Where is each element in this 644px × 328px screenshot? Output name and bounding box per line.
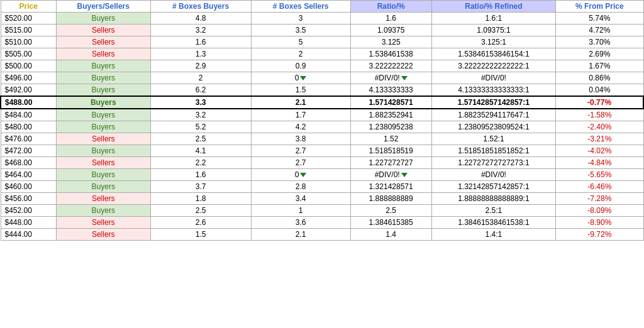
cell-ratio: 1.321428571 [350,181,431,193]
header-boxes-sellers: # Boxes Sellers [251,1,350,13]
cell-boxes-buyers: 1.6 [150,36,251,48]
cell-boxes-sellers: 3.4 [251,193,350,205]
cell-price: $488.00 [1,96,56,109]
cell-boxes-buyers: 1.6 [150,169,251,181]
cell-ratio-refined: 1.88235294117647:1 [431,109,555,121]
cell-ratio-refined: 1.4:1 [431,229,555,241]
main-table: Price Buyers/Sellers # Boxes Buyers # Bo… [0,0,644,241]
cell-boxes-buyers: 3.2 [150,109,251,121]
cell-price: $510.00 [1,36,56,48]
cell-boxes-buyers: 1.8 [150,193,251,205]
cell-ratio: 1.6 [350,13,431,25]
triangle-icon [300,76,306,80]
cell-type: Buyers [56,205,150,217]
cell-boxes-sellers: 2 [251,48,350,60]
cell-type: Sellers [56,229,150,241]
cell-ratio-refined: 1.6:1 [431,13,555,25]
cell-ratio-refined: 1.32142857142857:1 [431,181,555,193]
cell-from-price: -9.72% [556,229,643,241]
cell-ratio: 1.227272727 [350,157,431,169]
cell-boxes-sellers: 2.1 [251,96,350,109]
cell-ratio: 1.52 [350,133,431,145]
cell-ratio-refined: 3.22222222222222:1 [431,60,555,72]
cell-type: Sellers [56,25,150,36]
cell-boxes-buyers: 3.3 [150,96,251,109]
cell-price: $452.00 [1,205,56,217]
cell-price: $476.00 [1,133,56,145]
triangle-icon [300,173,306,177]
cell-ratio-refined: 1.57142857142857:1 [431,96,555,109]
cell-boxes-sellers: 3.5 [251,25,350,36]
cell-ratio: 4.133333333 [350,84,431,97]
cell-type: Buyers [56,60,150,72]
cell-ratio: #DIV/0! [350,72,431,84]
cell-boxes-sellers: 3 [251,13,350,25]
header-ratio: Ratio/% [350,1,431,13]
cell-ratio-refined: 1.38461538461538:1 [431,217,555,229]
cell-type: Buyers [56,109,150,121]
cell-type: Sellers [56,133,150,145]
cell-type: Sellers [56,193,150,205]
cell-ratio-refined: 1.51851851851852:1 [431,145,555,157]
cell-boxes-buyers: 1.5 [150,229,251,241]
cell-boxes-sellers: 1 [251,205,350,217]
cell-type: Sellers [56,36,150,48]
cell-boxes-buyers: 1.3 [150,48,251,60]
header-from-price: % From Price [556,1,643,13]
cell-from-price: -5.65% [556,169,643,181]
cell-boxes-buyers: 2.5 [150,205,251,217]
cell-from-price: -2.40% [556,121,643,133]
cell-ratio-refined: 1.09375:1 [431,25,555,36]
header-buyers-sellers: Buyers/Sellers [56,1,150,13]
cell-ratio: 1.238095238 [350,121,431,133]
cell-ratio: 3.125 [350,36,431,48]
cell-ratio: 1.4 [350,229,431,241]
cell-from-price: 4.72% [556,25,643,36]
cell-ratio-refined: 4.13333333333333:1 [431,84,555,97]
cell-boxes-buyers: 2.5 [150,133,251,145]
cell-price: $505.00 [1,48,56,60]
cell-ratio: 2.5 [350,205,431,217]
cell-boxes-buyers: 3.2 [150,25,251,36]
cell-price: $496.00 [1,72,56,84]
cell-ratio: 1.518518519 [350,145,431,157]
cell-price: $472.00 [1,145,56,157]
cell-type: Buyers [56,72,150,84]
cell-from-price: -7.28% [556,193,643,205]
cell-type: Buyers [56,84,150,97]
cell-type: Sellers [56,217,150,229]
cell-boxes-sellers: 5 [251,36,350,48]
cell-from-price: 5.74% [556,13,643,25]
cell-boxes-buyers: 6.2 [150,84,251,97]
cell-boxes-sellers: 3.6 [251,217,350,229]
cell-ratio: 1.888888889 [350,193,431,205]
cell-boxes-sellers: 2.1 [251,229,350,241]
cell-price: $484.00 [1,109,56,121]
cell-boxes-buyers: 2 [150,72,251,84]
cell-price: $448.00 [1,217,56,229]
cell-from-price: 2.69% [556,48,643,60]
cell-boxes-buyers: 2.6 [150,217,251,229]
cell-ratio: #DIV/0! [350,169,431,181]
cell-from-price: 1.67% [556,60,643,72]
cell-ratio-refined: 1.52:1 [431,133,555,145]
cell-ratio: 1.571428571 [350,96,431,109]
cell-price: $492.00 [1,84,56,97]
cell-from-price: -8.09% [556,205,643,217]
triangle-icon [401,173,408,177]
cell-from-price: 3.70% [556,36,643,48]
cell-price: $460.00 [1,181,56,193]
cell-price: $468.00 [1,157,56,169]
cell-ratio-refined: 2.5:1 [431,205,555,217]
cell-ratio: 1.538461538 [350,48,431,60]
cell-ratio: 1.384615385 [350,217,431,229]
cell-boxes-sellers: 4.2 [251,121,350,133]
cell-ratio: 1.882352941 [350,109,431,121]
cell-ratio: 3.222222222 [350,60,431,72]
cell-from-price: -6.46% [556,181,643,193]
cell-boxes-sellers: 2.7 [251,157,350,169]
cell-price: $456.00 [1,193,56,205]
cell-ratio: 1.09375 [350,25,431,36]
cell-type: Sellers [56,157,150,169]
cell-boxes-sellers: 1.7 [251,109,350,121]
